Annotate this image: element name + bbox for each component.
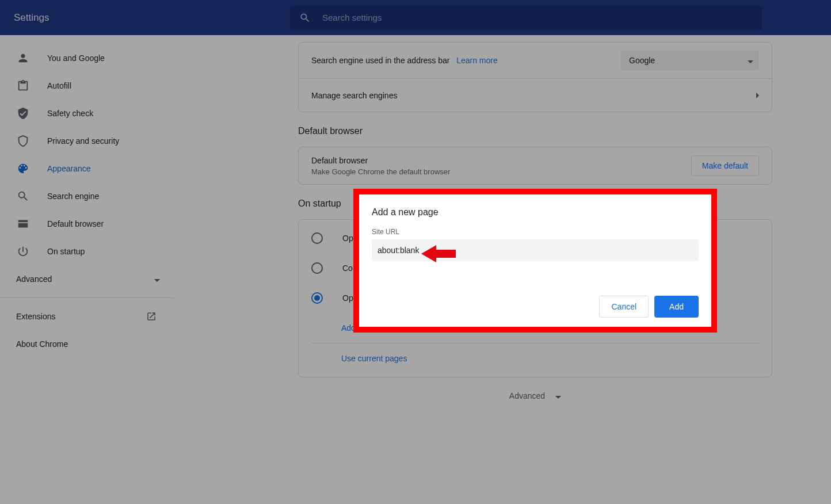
dialog-title: Add a new page bbox=[372, 207, 699, 217]
svg-marker-0 bbox=[421, 245, 456, 262]
add-button[interactable]: Add bbox=[654, 296, 699, 318]
dialog-actions: Cancel Add bbox=[372, 296, 699, 318]
dialog-highlight-border: Add a new page Site URL Cancel Add bbox=[353, 189, 717, 333]
annotation-arrow-icon bbox=[421, 244, 456, 264]
cancel-button[interactable]: Cancel bbox=[599, 296, 649, 318]
add-page-dialog: Add a new page Site URL Cancel Add bbox=[359, 194, 711, 327]
field-label: Site URL bbox=[372, 228, 699, 236]
